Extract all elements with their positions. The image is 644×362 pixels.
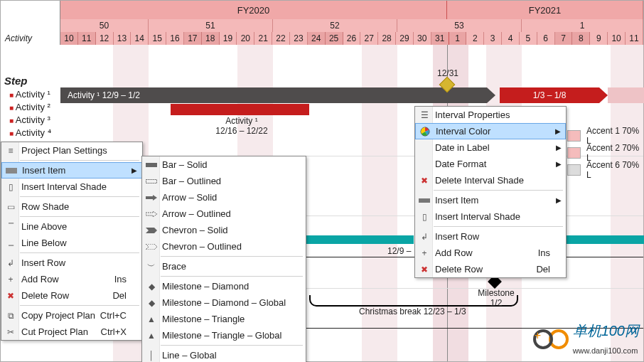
triangle-line-icon: ▲ [145,329,158,342]
opt-brace[interactable]: ︶Brace [142,258,306,275]
day-cell[interactable]: 19 [220,32,237,45]
menu-cut[interactable]: ✂Cut Project PlanCtrl+X [1,324,142,340]
opt-bar-outlined[interactable]: Bar – Outlined [142,173,306,189]
opt-line-global[interactable]: │Line – Global [142,347,306,362]
submenu-insert-item[interactable]: Bar – Solid Bar – Outlined Arrow – Solid… [141,156,306,362]
opt-ms-diamond[interactable]: ◆Milestone – Diamond [142,278,306,294]
day-cell[interactable]: 25 [326,32,343,45]
bar-icon [418,194,431,207]
day-cell[interactable]: 3 [484,32,502,45]
interval-sub-red[interactable] [171,104,309,115]
christmas-label: Christmas break 12/23 – 1/3 [359,307,466,316]
menu-date-label[interactable]: Date in Label▶ [415,139,566,156]
context-menu-interval[interactable]: ☰Interval Properties Interval Color▶ Dat… [414,106,567,278]
day-cell[interactable]: 18 [202,32,220,45]
day-cell[interactable]: 9 [590,32,608,45]
menu-c-insert-item[interactable]: Insert Item▶ [415,192,566,208]
opt-ms-triangle[interactable]: ▲Milestone – Triangle [142,311,306,327]
menu-int-color[interactable]: Interval Color▶ [415,123,566,139]
delete-row-icon: ✖ [4,289,17,302]
day-cell[interactable]: 14 [131,32,149,45]
menu-date-format[interactable]: Date Format▶ [415,156,566,172]
interval-activity-1[interactable]: Activity ¹ 12/9 – 1/2 [60,87,495,103]
opt-ms-triangle-global[interactable]: ▲Milestone – Triangle – Global [142,327,306,344]
day-cell[interactable]: 2 [466,32,484,45]
menu-copy[interactable]: ⧉Copy Project PlanCtrl+C [1,307,142,324]
menu-add-row[interactable]: +Add RowIns [1,271,142,287]
interval-second[interactable]: 1/3 – 1/8 [500,87,608,103]
day-cell[interactable]: 26 [343,32,361,45]
opt-arrow-outlined[interactable]: Arrow – Outlined [142,206,306,222]
context-menu-row[interactable]: ≡Project Plan Settings Insert Item▶ ▯Ins… [1,142,143,341]
step-item[interactable]: Activity ² [9,101,51,114]
fy-right[interactable]: FY2021 [447,1,643,19]
menu-line-below[interactable]: ⎽Line Below [1,235,142,251]
day-cell[interactable]: 17 [184,32,202,45]
day-cell[interactable]: 11 [626,32,643,45]
day-cell[interactable]: 10 [608,32,626,45]
day-cell[interactable]: 28 [378,32,396,45]
interval-pale[interactable] [608,87,644,103]
menu-c-insert-shade[interactable]: ▯Insert Interval Shade [415,208,566,225]
menu-insert-row[interactable]: ↲Insert Row [1,255,142,271]
shade-icon: ▯ [418,211,431,223]
menu-line-above[interactable]: ⎺Line Above [1,218,142,235]
menu-insert-item[interactable]: Insert Item▶ [1,162,142,179]
step-item[interactable]: Activity ³ [9,114,51,127]
fy-left[interactable]: FY2020 [60,1,447,19]
day-cell[interactable]: 4 [502,32,520,45]
day-cell[interactable]: 7 [555,32,573,45]
svg-rect-1 [146,163,157,167]
header-week-row: 50 51 52 53 1 [1,19,643,32]
day-cell[interactable]: 21 [254,32,272,45]
arrow-outlined-icon [145,208,158,220]
day-cell[interactable]: 15 [149,32,166,45]
day-cell[interactable]: 22 [272,32,290,45]
day-cell[interactable]: 24 [308,32,326,45]
day-cell[interactable]: 13 [114,32,132,45]
chevron-right-icon: ▶ [556,196,562,204]
menu-insert-shade[interactable]: ▯Insert Interval Shade [1,179,142,195]
menu-c-insert-row[interactable]: ↲Insert Row [415,228,566,245]
swatch-accent6[interactable]: Accent 6 70% L [567,160,643,180]
insert-row-icon: ↲ [418,230,431,243]
day-cell[interactable]: 27 [360,32,378,45]
day-cell[interactable]: 8 [572,32,590,45]
day-cell[interactable]: 20 [237,32,254,45]
day-cell[interactable]: 11 [78,32,96,45]
day-cell[interactable]: 12 [96,32,114,45]
day-cell[interactable]: 16 [166,32,184,45]
week-cell[interactable]: 53 [397,19,522,32]
day-cell[interactable]: 6 [537,32,555,45]
day-cell[interactable]: 31 [431,32,449,45]
opt-arrow-solid[interactable]: Arrow – Solid [142,189,306,206]
menu-int-props[interactable]: ☰Interval Properties [415,107,566,123]
day-cell[interactable]: 10 [60,32,78,45]
day-cell[interactable]: 29 [396,32,414,45]
opt-ms-diamond-global[interactable]: ◆Milestone – Diamond – Global [142,294,306,311]
menu-c-delete-row[interactable]: ✖Delete RowDel [415,261,566,277]
delete-shade-icon: ✖ [418,174,431,187]
menu-c-add-row[interactable]: +Add RowIns [415,245,566,261]
day-cell[interactable]: 30 [414,32,431,45]
menu-settings[interactable]: ≡Project Plan Settings [1,142,142,159]
milestone-gold-label: 12/31 [430,68,466,78]
activity-col-header: Activity [1,32,60,45]
week-cell[interactable]: 51 [149,19,273,32]
day-cell[interactable]: 5 [520,32,537,45]
day-cell[interactable]: 1 [449,32,467,45]
opt-chevron-outlined[interactable]: Chevron – Outlined [142,238,306,255]
opt-bar-solid[interactable]: Bar – Solid [142,156,306,173]
svg-marker-6 [146,244,157,250]
menu-row-shade[interactable]: ▭Row Shade [1,198,142,215]
week-cell[interactable]: 1 [522,19,643,32]
day-cell[interactable]: 23 [290,32,308,45]
menu-del-shade[interactable]: ✖Delete Interval Shade [415,172,566,188]
step-item[interactable]: Activity ¹ [9,88,51,101]
week-cell[interactable]: 50 [60,19,149,32]
interval-teal-b[interactable] [567,235,644,244]
opt-chevron-solid[interactable]: Chevron – Solid [142,222,306,238]
menu-delete-row[interactable]: ✖Delete RowDel [1,287,142,304]
week-cell[interactable]: 52 [273,19,397,32]
step-item[interactable]: Activity ⁴ [9,127,51,139]
